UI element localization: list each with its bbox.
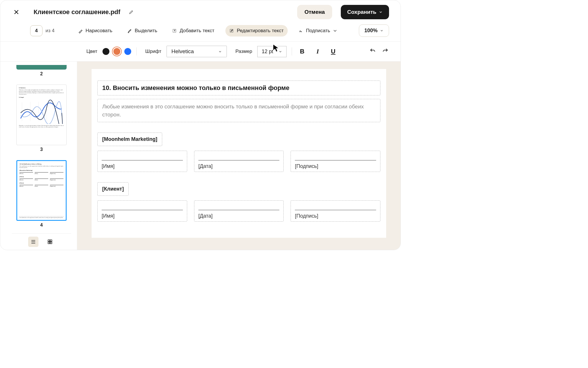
thumbnail-sidebar: 2 8. Statistics Statistics is the study … [0, 62, 77, 250]
zoom-select[interactable]: 100% [359, 24, 389, 37]
color-orange[interactable] [113, 48, 120, 55]
tool-edit-text[interactable]: Редактировать текст [225, 25, 288, 37]
size-select[interactable]: 12 pt [257, 46, 286, 57]
undo-button[interactable] [369, 48, 376, 55]
document-title: Клиентское соглашение.pdf [34, 8, 120, 16]
editable-name-field[interactable]: [Имя] [97, 151, 187, 172]
tool-highlight[interactable]: Выделить [123, 25, 161, 37]
chevron-down-icon [332, 28, 338, 33]
italic-button[interactable]: I [313, 48, 323, 55]
thumbnail-number: 2 [12, 71, 71, 76]
size-label: Размер [235, 49, 252, 54]
tool-sign[interactable]: Подписать [295, 25, 342, 37]
editable-company[interactable]: [Moonhelm Marketing] [97, 133, 162, 146]
chevron-down-icon [278, 50, 282, 53]
svg-rect-7 [48, 240, 50, 241]
svg-rect-9 [48, 242, 50, 244]
signature-row: [Имя] [Дата] [Подпись] [97, 200, 380, 222]
toolbar: 4 из 4 Нарисовать Выделить Добавить текс… [0, 22, 401, 42]
editable-name-field[interactable]: [Имя] [97, 200, 187, 222]
tool-add-text[interactable]: Добавить текст [168, 25, 218, 37]
save-button[interactable]: Сохранить [341, 5, 389, 19]
bold-button[interactable]: B [297, 48, 307, 55]
editable-client[interactable]: [Клиент] [97, 182, 129, 196]
chevron-down-icon [218, 50, 222, 53]
view-list-button[interactable] [28, 237, 38, 247]
svg-rect-0 [173, 29, 176, 32]
color-label: Цвет [86, 49, 97, 54]
thumbnail-number: 4 [12, 223, 71, 228]
redo-button[interactable] [382, 48, 389, 55]
thumbnail-page-2[interactable] [16, 65, 67, 70]
close-button[interactable] [12, 7, 21, 17]
tool-draw[interactable]: Нарисовать [74, 25, 116, 37]
svg-rect-10 [50, 242, 52, 244]
divider [136, 47, 137, 55]
color-blue[interactable] [124, 48, 131, 55]
chevron-down-icon [379, 10, 383, 14]
rename-button[interactable] [128, 9, 134, 15]
pencil-icon [78, 28, 83, 33]
font-select[interactable]: Helvetica [167, 46, 227, 57]
editable-date-field[interactable]: [Дата] [194, 200, 284, 222]
top-bar: Клиентское соглашение.pdf Отмена Сохрани… [0, 0, 401, 22]
view-grid-button[interactable] [45, 237, 55, 247]
color-swatches [102, 48, 131, 55]
thumbnail-number: 3 [12, 147, 71, 152]
save-label: Сохранить [347, 9, 376, 15]
editable-signature-field[interactable]: [Подпись] [291, 200, 380, 222]
page-canvas[interactable]: 10. Вносить изменения можно только в пис… [77, 62, 401, 250]
cancel-button[interactable]: Отмена [297, 5, 332, 19]
edit-text-icon [229, 28, 235, 33]
sidebar-footer [12, 233, 71, 250]
thumbnail-page-3[interactable]: 8. Statistics Statistics is the study an… [16, 85, 67, 145]
signature-icon [299, 28, 304, 33]
editable-section-body[interactable]: Любые изменения в это соглашение можно в… [97, 99, 380, 122]
history-controls [369, 48, 389, 55]
editable-signature-field[interactable]: [Подпись] [291, 151, 380, 172]
editable-date-field[interactable]: [Дата] [194, 151, 284, 172]
editable-section-title[interactable]: 10. Вносить изменения можно только в пис… [97, 80, 380, 95]
signature-row: [Имя] [Дата] [Подпись] [97, 151, 380, 172]
svg-rect-8 [50, 240, 52, 241]
page-content: 10. Вносить изменения можно только в пис… [92, 69, 386, 238]
add-text-icon [172, 28, 177, 33]
page-current-input[interactable]: 4 [30, 25, 42, 36]
font-label: Шрифт [145, 49, 161, 54]
divider [292, 47, 292, 55]
color-black[interactable] [102, 48, 109, 55]
chevron-down-icon [380, 29, 384, 32]
highlighter-icon [127, 28, 132, 33]
svg-rect-1 [230, 29, 233, 32]
underline-button[interactable]: U [328, 48, 339, 55]
thumbnail-page-4[interactable]: 10. No Modifications Unless in Writing N… [16, 160, 67, 221]
chart-icon [19, 99, 63, 124]
page-indicator: 4 из 4 [30, 25, 55, 36]
format-bar: Цвет Шрифт Helvetica Размер 12 pt B I U [0, 42, 401, 62]
page-total: из 4 [45, 28, 54, 34]
